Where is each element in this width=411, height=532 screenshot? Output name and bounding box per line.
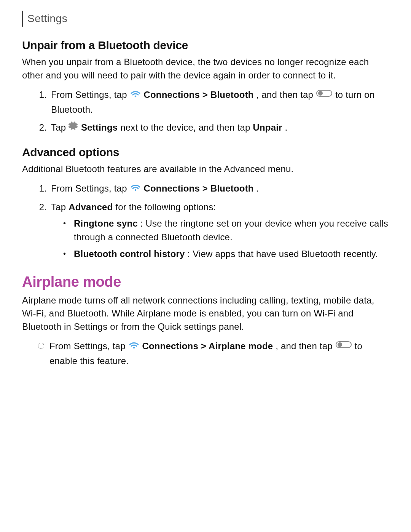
- connections-bluetooth-bold: Connections > Bluetooth: [143, 183, 253, 193]
- ringtone-sync-bold: Ringtone sync: [74, 218, 138, 228]
- connections-airplane-bold: Connections > Airplane mode: [142, 341, 273, 351]
- step-text: From Settings, tap: [51, 183, 130, 193]
- advanced-intro: Additional Bluetooth features are availa…: [22, 163, 389, 176]
- header-bar: [22, 11, 23, 27]
- step-text: Tap: [51, 202, 68, 212]
- step-text: .: [285, 122, 287, 133]
- unpair-intro: When you unpair from a Bluetooth device,…: [22, 56, 389, 82]
- wifi-icon: [130, 181, 141, 195]
- bullet-bt-control-history: Bluetooth control history : View apps th…: [72, 247, 389, 261]
- bt-control-history-bold: Bluetooth control history: [74, 249, 185, 259]
- step-text: Tap: [51, 122, 68, 133]
- toggle-off-icon: [316, 88, 333, 102]
- step-text: .: [256, 183, 259, 193]
- advanced-step-2: Tap Advanced for the following options: …: [49, 200, 389, 260]
- step-text: for the following options:: [115, 202, 216, 212]
- svg-point-0: [134, 95, 136, 97]
- settings-bold: Settings: [81, 122, 118, 133]
- svg-point-4: [133, 347, 135, 349]
- page-header: Settings: [22, 11, 389, 27]
- svg-point-6: [338, 342, 342, 347]
- wifi-icon: [128, 339, 140, 353]
- connections-bluetooth-bold: Connections > Bluetooth: [143, 89, 253, 100]
- airplane-intro: Airplane mode turns off all network conn…: [22, 294, 389, 334]
- unpair-step-2: Tap Settings next to the device, and the…: [49, 120, 389, 135]
- wifi-icon: [130, 88, 141, 102]
- bullet-ringtone-sync: Ringtone sync : Use the ringtone set on …: [72, 217, 389, 244]
- header-title: Settings: [27, 13, 67, 25]
- step-text: , and then tap: [276, 341, 335, 351]
- svg-point-3: [134, 189, 136, 191]
- heading-unpair: Unpair from a Bluetooth device: [22, 39, 389, 52]
- unpair-bold: Unpair: [253, 122, 282, 133]
- airplane-step-list: From Settings, tap Connections > Airplan…: [22, 339, 389, 368]
- svg-point-2: [318, 91, 323, 96]
- toggle-off-icon: [335, 339, 352, 353]
- advanced-bold: Advanced: [68, 202, 113, 212]
- advanced-bullets: Ringtone sync : Use the ringtone set on …: [51, 217, 389, 261]
- unpair-step-1: From Settings, tap Connections > Bluetoo…: [49, 88, 389, 117]
- bullet-text: : View apps that have used Bluetooth rec…: [188, 249, 378, 259]
- heading-airplane-mode: Airplane mode: [22, 274, 389, 290]
- advanced-step-1: From Settings, tap Connections > Bluetoo…: [49, 181, 389, 196]
- airplane-step: From Settings, tap Connections > Airplan…: [49, 339, 389, 368]
- gear-icon: [68, 120, 78, 134]
- step-text: , and then tap: [256, 89, 316, 100]
- heading-advanced: Advanced options: [22, 146, 389, 159]
- step-text: next to the device, and then tap: [120, 122, 253, 133]
- step-text: From Settings, tap: [49, 341, 128, 351]
- step-text: From Settings, tap: [51, 89, 130, 100]
- unpair-steps: From Settings, tap Connections > Bluetoo…: [22, 88, 389, 136]
- advanced-steps: From Settings, tap Connections > Bluetoo…: [22, 181, 389, 260]
